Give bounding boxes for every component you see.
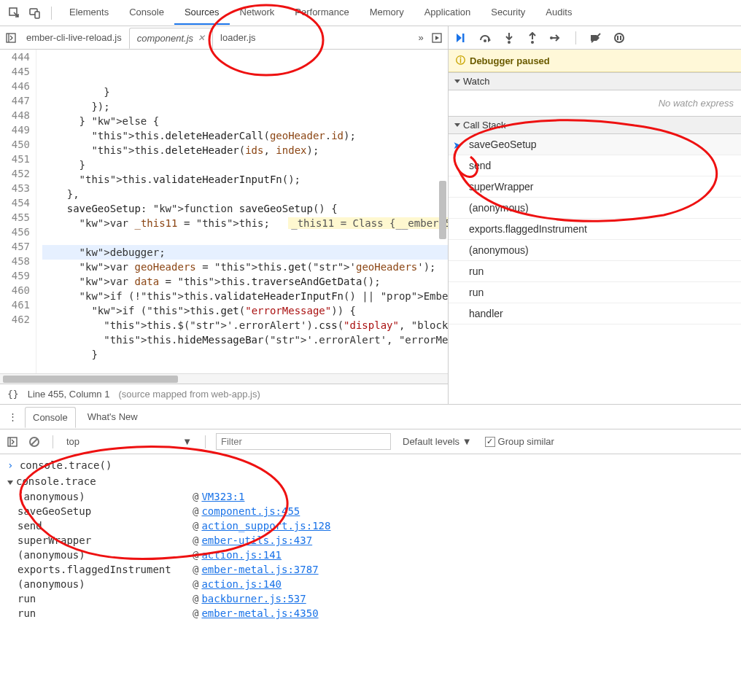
step-into-icon[interactable]	[501, 30, 517, 46]
main-tab-console[interactable]: Console	[119, 1, 174, 25]
code-line[interactable]: "this">this.validateHeaderInputFn();	[42, 172, 448, 187]
filter-input[interactable]	[216, 433, 391, 450]
code-line[interactable]: "kw">var data = "this">this.traverseAndG…	[42, 274, 448, 289]
group-similar-label: Group similar	[498, 436, 554, 447]
trace-row: run@backburner.js:537	[18, 591, 734, 606]
debug-toolbar	[449, 26, 741, 50]
console-body[interactable]: › console.trace() console.trace (anonymo…	[0, 454, 741, 623]
more-tabs-icon[interactable]: »	[413, 30, 429, 46]
main-tab-security[interactable]: Security	[481, 1, 535, 25]
info-icon: ⓘ	[456, 54, 465, 67]
deactivate-breakpoints-icon[interactable]	[588, 30, 604, 46]
main-tab-network[interactable]: Network	[230, 1, 285, 25]
code-line[interactable]: }	[42, 347, 448, 362]
chevron-down-icon	[454, 123, 460, 127]
code-line[interactable]: "kw">var geoHeaders = "this">this.get("s…	[42, 260, 448, 274]
code-line[interactable]: saveGeoSetup: "kw">function saveGeoSetup…	[42, 201, 448, 216]
code-line[interactable]: "kw">if (!"this">this.validateHeaderInpu…	[42, 289, 448, 303]
main-tab-memory[interactable]: Memory	[360, 1, 414, 25]
stack-frame[interactable]: exports.flaggedInstrument	[449, 219, 741, 240]
stack-frame[interactable]: run	[449, 282, 741, 303]
file-tab-right[interactable]: loader.js	[213, 28, 263, 47]
main-tab-sources[interactable]: Sources	[174, 1, 230, 25]
trace-row: exports.flaggedInstrument@ember-metal.js…	[18, 562, 734, 577]
code-line[interactable]: "this">this.deleteHeaderCall(geoHeader.i…	[42, 128, 448, 143]
code-line[interactable]: },	[42, 187, 448, 201]
watch-empty: No watch express	[449, 90, 741, 116]
context-select[interactable]: top ▼	[63, 435, 195, 448]
drawer-tab-whatsnew[interactable]: What's New	[80, 407, 145, 427]
step-icon[interactable]	[548, 30, 564, 46]
code-line[interactable]: }	[42, 158, 448, 172]
stack-frame[interactable]: send	[449, 155, 741, 176]
stack-frame[interactable]: superWrapper	[449, 176, 741, 198]
callstack-label: Call Stack	[463, 120, 506, 131]
trace-fn: (anonymous)	[18, 578, 193, 590]
workspace: ember-cli-live-reload.js component.js✕ l…	[0, 26, 741, 404]
svg-rect-13	[620, 36, 621, 40]
inspect-icon[interactable]	[6, 4, 23, 22]
code-body[interactable]: } }); } "kw">else { "this">this.deleteHe…	[36, 50, 448, 373]
stack-frame[interactable]: ➤saveGeoSetup	[449, 134, 741, 155]
drawer-menu-icon[interactable]: ⋮	[4, 409, 20, 425]
step-over-icon[interactable]	[478, 30, 494, 46]
group-similar[interactable]: Group similar	[485, 436, 554, 447]
code-line[interactable]: "this">this.$("str">'.errorAlert').css("…	[42, 318, 448, 332]
main-tab-application[interactable]: Application	[414, 1, 481, 25]
console-trace-head[interactable]: console.trace	[7, 473, 734, 489]
code-line[interactable]: "kw">if ("this">this.get("errorMessage")…	[42, 303, 448, 318]
stack-frame[interactable]: run	[449, 261, 741, 282]
svg-point-7	[508, 41, 511, 44]
step-out-icon[interactable]	[524, 30, 540, 46]
main-tab-audits[interactable]: Audits	[535, 1, 582, 25]
trace-link[interactable]: backburner.js:537	[201, 593, 306, 604]
watch-header[interactable]: Watch	[449, 72, 741, 90]
close-icon[interactable]: ✕	[198, 33, 205, 43]
scrollbar-horizontal[interactable]	[0, 373, 448, 384]
main-tab-elements[interactable]: Elements	[59, 1, 119, 25]
drawer-tab-console[interactable]: Console	[25, 407, 76, 428]
chevron-down-icon	[454, 79, 460, 83]
trace-link[interactable]: ember-metal.js:4350	[201, 607, 318, 619]
device-icon[interactable]	[26, 4, 44, 22]
file-tab-active[interactable]: component.js✕	[129, 28, 213, 49]
code-line[interactable]	[42, 230, 448, 245]
resume-icon[interactable]	[454, 30, 470, 46]
debugger-pane: ⓘ Debugger paused Watch No watch express…	[449, 26, 741, 404]
checkbox-icon[interactable]	[485, 437, 495, 447]
trace-fn: (anonymous)	[18, 549, 193, 561]
trace-link[interactable]: action.js:140	[201, 578, 282, 590]
code-line[interactable]: "kw">var _this11 = "this">this; _this11 …	[42, 216, 448, 230]
stack-frame[interactable]: (anonymous)	[449, 240, 741, 261]
trace-fn: saveGeoSetup	[18, 505, 193, 517]
trace-link[interactable]: component.js:455	[201, 505, 300, 517]
callstack-header[interactable]: Call Stack	[449, 116, 741, 134]
console-sidebar-icon[interactable]	[4, 434, 20, 450]
code-line[interactable]: });	[42, 99, 448, 114]
braces-icon[interactable]: {}	[7, 389, 19, 400]
main-tab-performance[interactable]: Performance	[284, 1, 359, 25]
current-frame-icon: ➤	[453, 139, 462, 151]
code-line[interactable]: }	[42, 85, 448, 99]
code-line[interactable]: "kw">debugger;	[42, 245, 448, 260]
svg-point-9	[550, 36, 553, 39]
pause-exceptions-icon[interactable]	[611, 30, 627, 46]
code-line[interactable]: } "kw">else {	[42, 114, 448, 128]
page-nav-icon[interactable]	[3, 30, 19, 46]
trace-link[interactable]: action_support.js:128	[201, 520, 330, 532]
stack-frame[interactable]: (anonymous)	[449, 198, 741, 219]
trace-link[interactable]: VM323:1	[201, 491, 244, 502]
file-tab-left[interactable]: ember-cli-live-reload.js	[19, 28, 129, 47]
levels-select[interactable]: Default levels ▼	[403, 436, 472, 447]
trace-link[interactable]: ember-utils.js:437	[201, 534, 312, 546]
trace-link[interactable]: action.js:141	[201, 549, 282, 561]
clear-console-icon[interactable]	[26, 434, 42, 450]
scrollbar-vertical[interactable]	[438, 50, 448, 373]
code-editor[interactable]: 4444454464474484494504514524534544554564…	[0, 50, 448, 373]
svg-rect-14	[8, 438, 17, 446]
code-line[interactable]: "this">this.hideMessageBar("str">'.error…	[42, 332, 448, 347]
run-snippet-icon[interactable]	[429, 30, 445, 46]
stack-frame[interactable]: handler	[449, 303, 741, 324]
code-line[interactable]: "this">this.deleteHeader(ids, index);	[42, 143, 448, 158]
trace-link[interactable]: ember-metal.js:3787	[201, 564, 318, 575]
